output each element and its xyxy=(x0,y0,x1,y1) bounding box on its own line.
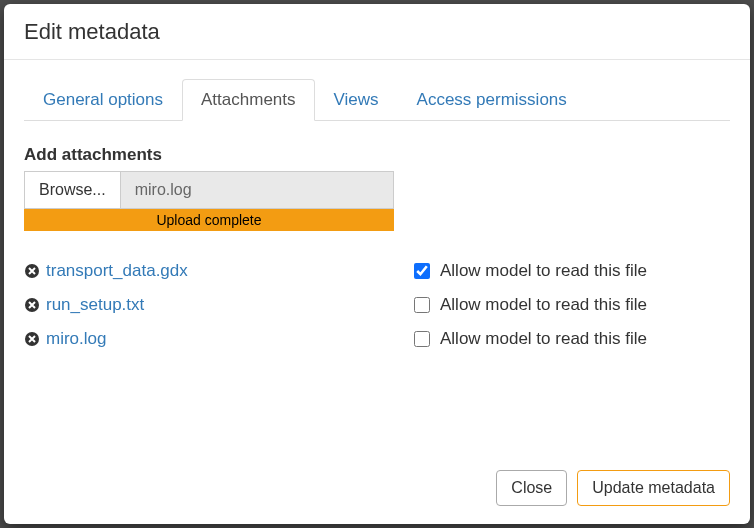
file-item: miro.log xyxy=(24,329,404,349)
allow-read-checkbox[interactable] xyxy=(414,331,430,347)
file-permission[interactable]: Allow model to read this file xyxy=(414,261,730,281)
update-metadata-button[interactable]: Update metadata xyxy=(577,470,730,506)
remove-file-icon[interactable] xyxy=(24,297,40,313)
file-picker: Browse... miro.log xyxy=(24,171,394,209)
modal-title: Edit metadata xyxy=(24,19,730,45)
allow-read-checkbox[interactable] xyxy=(414,263,430,279)
tab-access-permissions[interactable]: Access permissions xyxy=(398,79,586,121)
file-link[interactable]: transport_data.gdx xyxy=(46,261,188,281)
tab-views[interactable]: Views xyxy=(315,79,398,121)
remove-file-icon[interactable] xyxy=(24,263,40,279)
permission-label: Allow model to read this file xyxy=(440,329,647,349)
permission-label: Allow model to read this file xyxy=(440,261,647,281)
edit-metadata-modal: Edit metadata General options Attachment… xyxy=(4,4,750,524)
close-button[interactable]: Close xyxy=(496,470,567,506)
file-link[interactable]: run_setup.txt xyxy=(46,295,144,315)
permission-label: Allow model to read this file xyxy=(440,295,647,315)
remove-file-icon[interactable] xyxy=(24,331,40,347)
tab-general-options[interactable]: General options xyxy=(24,79,182,121)
add-attachments-label: Add attachments xyxy=(24,145,730,165)
tabs: General options Attachments Views Access… xyxy=(24,78,730,121)
modal-footer: Close Update metadata xyxy=(4,456,750,524)
file-item: run_setup.txt xyxy=(24,295,404,315)
modal-header: Edit metadata xyxy=(4,4,750,60)
file-list: transport_data.gdx Allow model to read t… xyxy=(24,261,730,349)
file-item: transport_data.gdx xyxy=(24,261,404,281)
tab-attachments[interactable]: Attachments xyxy=(182,79,315,121)
browse-button[interactable]: Browse... xyxy=(25,172,121,208)
selected-file-name: miro.log xyxy=(121,172,393,208)
file-link[interactable]: miro.log xyxy=(46,329,106,349)
upload-progress: Upload complete xyxy=(24,209,394,231)
file-permission[interactable]: Allow model to read this file xyxy=(414,329,730,349)
allow-read-checkbox[interactable] xyxy=(414,297,430,313)
file-permission[interactable]: Allow model to read this file xyxy=(414,295,730,315)
modal-body: General options Attachments Views Access… xyxy=(4,60,750,456)
